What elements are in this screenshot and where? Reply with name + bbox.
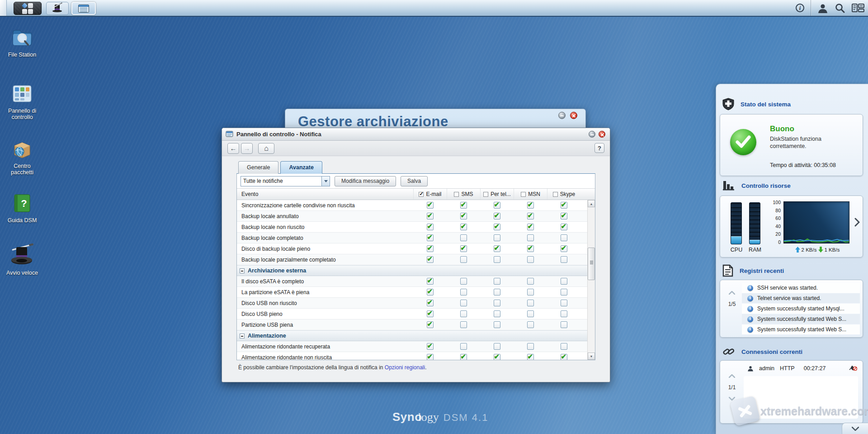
unchecked-checkbox[interactable] xyxy=(494,300,500,306)
checked-checkbox[interactable] xyxy=(427,278,434,285)
tab-avanzate[interactable]: Avanzate xyxy=(280,161,322,174)
checked-checkbox[interactable] xyxy=(527,354,534,360)
checked-checkbox[interactable] xyxy=(494,354,500,360)
table-row[interactable]: Il disco eSATA è completo xyxy=(237,276,587,287)
unchecked-checkbox[interactable] xyxy=(460,343,467,350)
unchecked-checkbox[interactable] xyxy=(527,256,534,263)
unchecked-checkbox[interactable] xyxy=(494,234,500,241)
unchecked-checkbox[interactable] xyxy=(561,310,567,317)
channel-header[interactable]: Skype xyxy=(547,189,580,200)
unchecked-checkbox[interactable] xyxy=(561,300,567,306)
checked-checkbox[interactable] xyxy=(561,354,567,360)
checked-checkbox[interactable] xyxy=(460,202,467,209)
control-panel-taskbar-button[interactable] xyxy=(71,2,96,15)
edit-message-button[interactable]: Modifica messaggio xyxy=(335,176,396,186)
channel-header[interactable]: MSN xyxy=(514,189,547,200)
table-row[interactable]: Backup locale completato xyxy=(237,233,587,243)
page-down-icon[interactable] xyxy=(729,314,735,317)
channel-header[interactable]: Per tel... xyxy=(480,189,514,200)
checked-checkbox[interactable] xyxy=(527,245,534,252)
desktop-icon-dsm-help[interactable]: ? Guida DSM xyxy=(3,192,42,224)
checked-checkbox[interactable] xyxy=(427,213,434,219)
checked-checkbox[interactable] xyxy=(527,224,534,230)
unchecked-checkbox[interactable] xyxy=(494,343,500,350)
unchecked-checkbox[interactable] xyxy=(460,256,467,263)
scrollbar-thumb[interactable] xyxy=(588,248,595,280)
dialog-titlebar[interactable]: Pannello di controllo - Notifica xyxy=(222,128,610,141)
checked-checkbox[interactable] xyxy=(427,343,434,350)
checked-checkbox[interactable] xyxy=(460,245,467,252)
checked-checkbox[interactable] xyxy=(427,256,434,263)
desktop-icon-file-station[interactable]: File Station xyxy=(3,26,42,58)
unchecked-checkbox[interactable] xyxy=(460,321,467,328)
table-row[interactable]: Backup locale annullato xyxy=(237,211,587,222)
checked-checkbox[interactable] xyxy=(527,213,534,219)
unchecked-checkbox[interactable] xyxy=(460,278,467,285)
checked-checkbox[interactable] xyxy=(427,224,434,230)
disconnect-icon[interactable] xyxy=(849,364,857,372)
page-down-icon[interactable] xyxy=(729,397,735,401)
log-entry[interactable]: SSH service was started. xyxy=(742,283,860,293)
forward-button[interactable]: → xyxy=(241,143,253,154)
back-button[interactable]: ← xyxy=(227,143,239,154)
log-entry[interactable]: System successfully started Web S... xyxy=(742,314,860,324)
connection-row[interactable]: admin HTTP 00:27:27 xyxy=(747,364,857,372)
unchecked-checkbox[interactable] xyxy=(527,343,534,350)
search-button[interactable] xyxy=(835,3,845,14)
checked-checkbox[interactable] xyxy=(427,300,434,306)
unchecked-checkbox[interactable] xyxy=(494,256,500,263)
table-row[interactable]: Backup locale parzialmente completato xyxy=(237,254,587,265)
collapse-icon[interactable] xyxy=(240,268,245,273)
channel-header[interactable]: SMS xyxy=(447,189,480,200)
unchecked-checkbox[interactable] xyxy=(561,321,567,328)
unchecked-checkbox[interactable] xyxy=(527,289,534,296)
table-row[interactable]: Disco USB non riuscito xyxy=(237,298,587,309)
table-row[interactable]: Disco USB pieno xyxy=(237,309,587,320)
unchecked-checkbox[interactable] xyxy=(460,300,467,306)
log-entry[interactable]: System successfully started Web S... xyxy=(742,324,860,334)
unchecked-checkbox[interactable] xyxy=(527,234,534,241)
page-up-icon[interactable] xyxy=(729,374,735,378)
minimize-button[interactable] xyxy=(589,131,595,138)
checked-checkbox[interactable] xyxy=(561,213,567,219)
collapse-icon[interactable] xyxy=(240,334,245,339)
widget-panel-button[interactable] xyxy=(852,3,864,13)
unchecked-checkbox[interactable] xyxy=(460,234,467,241)
main-menu-button[interactable] xyxy=(14,2,42,15)
close-icon[interactable] xyxy=(599,131,605,138)
unchecked-checkbox[interactable] xyxy=(460,310,467,317)
checked-checkbox[interactable] xyxy=(527,202,534,209)
unchecked-checkbox[interactable] xyxy=(483,192,488,197)
sidebar-collapse-tab[interactable] xyxy=(842,423,868,434)
table-row[interactable]: Alimentazione ridondante non riuscita xyxy=(237,352,587,360)
unchecked-checkbox[interactable] xyxy=(494,278,500,285)
checked-checkbox[interactable] xyxy=(561,245,567,252)
quick-start-taskbar-button[interactable] xyxy=(46,2,69,15)
pilot-view-button[interactable]: i xyxy=(796,4,804,12)
table-row[interactable]: Sincronizzazione cartelle condivise non … xyxy=(237,200,587,211)
close-icon[interactable] xyxy=(570,112,577,119)
checked-checkbox[interactable] xyxy=(419,192,424,197)
unchecked-checkbox[interactable] xyxy=(527,321,534,328)
save-button[interactable]: Salva xyxy=(401,176,428,186)
unchecked-checkbox[interactable] xyxy=(527,300,534,306)
unchecked-checkbox[interactable] xyxy=(454,192,459,197)
notification-filter-select[interactable]: Tutte le notifiche xyxy=(241,176,330,186)
checked-checkbox[interactable] xyxy=(427,289,434,296)
checked-checkbox[interactable] xyxy=(427,245,434,252)
checked-checkbox[interactable] xyxy=(427,321,434,328)
checked-checkbox[interactable] xyxy=(427,354,434,360)
table-scrollbar[interactable]: ▲ ▼ xyxy=(587,200,595,360)
desktop-icon-package-center[interactable]: Centro pacchetti xyxy=(3,138,42,176)
checked-checkbox[interactable] xyxy=(494,202,500,209)
chevron-down-icon[interactable] xyxy=(321,176,330,186)
desktop-icon-control-panel[interactable]: Pannello di controllo xyxy=(3,82,42,120)
log-entry[interactable]: Telnet service was started. xyxy=(742,293,860,303)
unchecked-checkbox[interactable] xyxy=(553,192,558,197)
unchecked-checkbox[interactable] xyxy=(561,256,567,263)
unchecked-checkbox[interactable] xyxy=(460,289,467,296)
checked-checkbox[interactable] xyxy=(561,202,567,209)
table-row[interactable]: Partizione USB piena xyxy=(237,320,587,330)
expand-chevron-icon[interactable] xyxy=(854,218,860,229)
page-up-icon[interactable] xyxy=(729,291,735,295)
